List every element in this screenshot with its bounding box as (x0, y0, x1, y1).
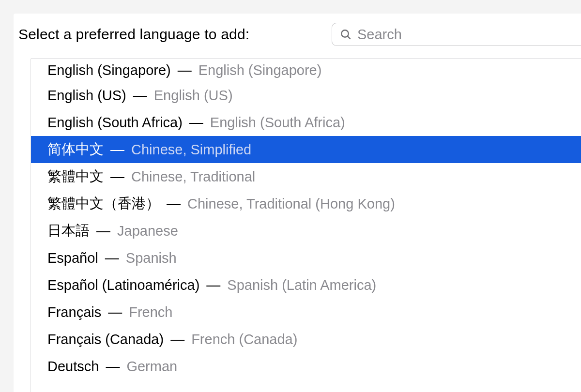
language-native-name: English (US) (47, 88, 126, 104)
language-english-name: Chinese, Simplified (131, 142, 251, 158)
language-native-name: 繁體中文 (47, 167, 104, 186)
search-icon (340, 29, 352, 40)
separator-dash: — (206, 277, 220, 293)
language-row[interactable]: English (Singapore)—English (Singapore) (31, 59, 581, 82)
language-native-name: 繁體中文（香港） (47, 194, 160, 213)
language-english-name: French (129, 304, 172, 320)
separator-dash: — (96, 223, 110, 239)
language-row[interactable]: 日本語—Japanese (31, 217, 581, 244)
separator-dash: — (108, 304, 122, 320)
separator-dash: — (170, 332, 184, 347)
language-english-name: Spanish (126, 250, 177, 266)
separator-dash: — (178, 62, 192, 78)
language-english-name: French (Canada) (191, 332, 297, 347)
separator-dash: — (167, 196, 181, 212)
language-native-name: Español (47, 250, 98, 266)
language-row[interactable]: Français (Canada)—French (Canada) (31, 326, 581, 353)
prompt-label: Select a preferred language to add: (18, 26, 249, 43)
language-native-name: Français (47, 304, 101, 320)
separator-dash: — (105, 250, 119, 266)
separator-dash: — (106, 359, 120, 375)
svg-line-1 (348, 36, 350, 39)
language-english-name: Chinese, Traditional (Hong Kong) (187, 196, 395, 212)
separator-dash: — (189, 115, 203, 131)
language-row[interactable]: 繁體中文（香港）—Chinese, Traditional (Hong Kong… (31, 190, 581, 217)
language-native-name: 简体中文 (47, 140, 104, 159)
language-row[interactable]: 简体中文—Chinese, Simplified (31, 136, 581, 163)
header-row: Select a preferred language to add: (14, 14, 581, 55)
separator-dash: — (110, 169, 124, 185)
language-row[interactable]: Français—French (31, 299, 581, 326)
language-native-name: Español (Latinoamérica) (47, 277, 199, 293)
language-native-name: Deutsch (47, 359, 99, 375)
separator-dash: — (133, 88, 147, 104)
language-row[interactable]: Deutsch—German (31, 353, 581, 380)
language-native-name: 日本語 (47, 221, 90, 241)
language-english-name: Japanese (117, 223, 178, 239)
language-english-name: German (126, 359, 177, 375)
language-row[interactable]: English (US)—English (US) (31, 82, 581, 109)
language-row[interactable]: Español—Spanish (31, 244, 581, 271)
language-select-panel: Select a preferred language to add: Engl… (14, 14, 581, 392)
language-english-name: English (South Africa) (210, 115, 345, 131)
separator-dash: — (110, 142, 124, 158)
language-row[interactable]: English (South Africa)—English (South Af… (31, 109, 581, 136)
search-input[interactable] (357, 23, 581, 45)
language-native-name: English (South Africa) (47, 115, 183, 131)
language-english-name: Chinese, Traditional (131, 169, 255, 185)
search-field[interactable] (332, 23, 581, 46)
language-english-name: English (US) (154, 88, 233, 104)
language-native-name: Français (Canada) (47, 332, 164, 347)
language-list[interactable]: English (Singapore)—English (Singapore)E… (31, 58, 581, 392)
search-wrap (332, 23, 581, 46)
language-native-name: English (Singapore) (47, 62, 171, 78)
language-english-name: English (Singapore) (199, 62, 322, 78)
language-row[interactable]: Español (Latinoamérica)—Spanish (Latin A… (31, 271, 581, 299)
language-english-name: Spanish (Latin America) (227, 277, 376, 293)
language-row[interactable]: 繁體中文—Chinese, Traditional (31, 163, 581, 190)
